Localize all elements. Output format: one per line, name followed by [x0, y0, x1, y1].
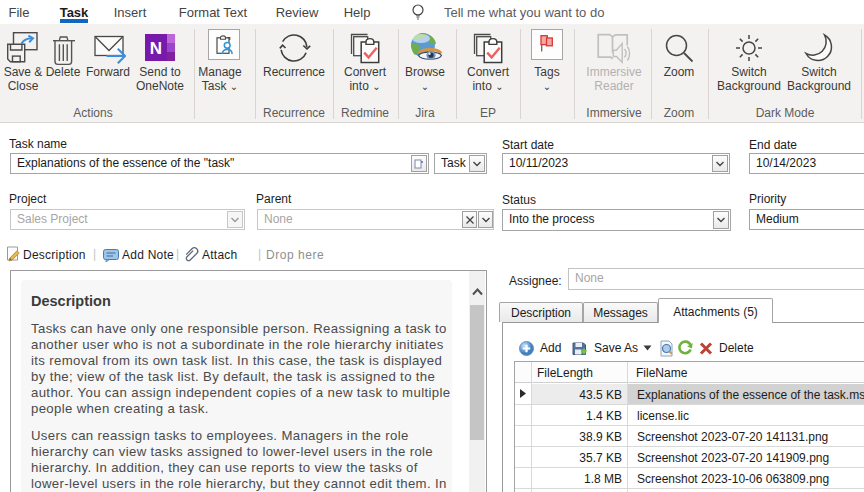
- svg-text:N: N: [150, 39, 162, 58]
